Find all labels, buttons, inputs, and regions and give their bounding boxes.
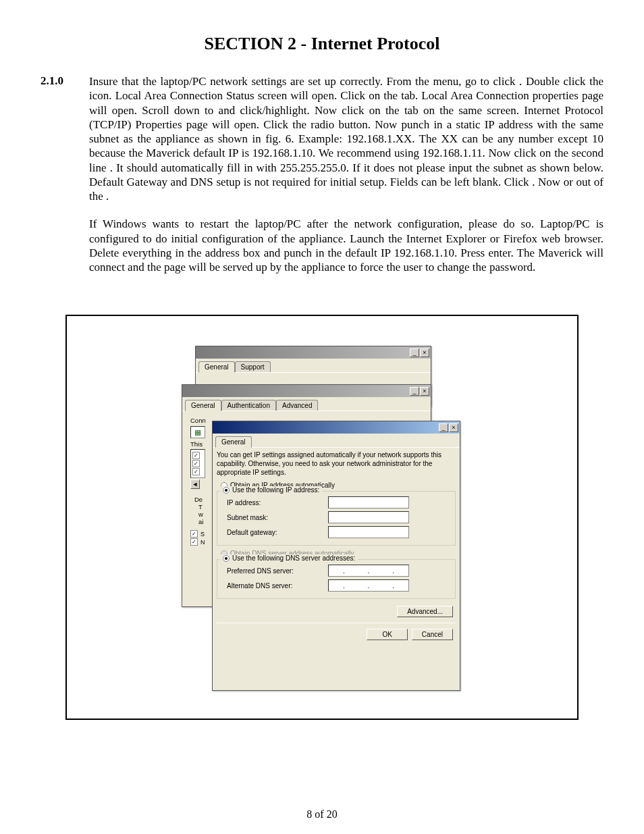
minimize-button[interactable]: _ (410, 348, 419, 357)
radio-label: Use the following IP address: (232, 486, 319, 494)
tcpip-properties-window: _ × General You can get IP settings assi… (212, 421, 460, 691)
ip-address-label: IP address: (227, 499, 328, 506)
titlebar[interactable]: _ × (182, 385, 431, 397)
gateway-label: Default gateway: (227, 529, 328, 536)
alt-dns-input[interactable]: ... (328, 579, 409, 592)
titlebar[interactable]: _ × (213, 421, 460, 434)
ip-fieldset: Use the following IP address: IP address… (217, 491, 456, 546)
close-button[interactable]: × (420, 387, 429, 396)
section-title: SECTION 2 - Internet Protocol (41, 34, 603, 54)
radio-use-ip[interactable]: Use the following IP address: (220, 486, 322, 494)
tab-authentication[interactable]: Authentication (221, 400, 276, 411)
minimize-button[interactable]: _ (439, 423, 448, 432)
close-button[interactable]: × (420, 348, 429, 357)
subnet-mask-label: Subnet mask: (227, 514, 328, 521)
tab-advanced[interactable]: Advanced (276, 400, 318, 411)
tab-general[interactable]: General (185, 400, 221, 411)
gateway-input[interactable] (328, 526, 409, 538)
minimize-button[interactable]: _ (410, 387, 419, 396)
adapter-icon: ▦ (190, 426, 205, 438)
body-text: Insure that the laptop/PC network settin… (89, 74, 603, 288)
subnet-mask-input[interactable] (328, 511, 409, 523)
close-button[interactable]: × (449, 423, 458, 432)
pref-dns-input[interactable]: ... (328, 565, 409, 577)
tab-general[interactable]: General (215, 436, 252, 448)
pref-dns-label: Preferred DNS server: (227, 567, 328, 575)
checkbox-item[interactable]: ✓ (192, 468, 203, 475)
tab-general[interactable]: General (198, 361, 235, 373)
tab-support[interactable]: Support (235, 361, 271, 372)
page-number: 8 of 20 (0, 808, 644, 820)
ip-address-input[interactable] (328, 496, 409, 509)
cancel-button[interactable]: Cancel (412, 629, 453, 640)
advanced-button[interactable]: Advanced... (397, 606, 453, 617)
titlebar[interactable]: _ × (196, 346, 431, 359)
tcpip-description: You can get IP settings assigned automat… (213, 448, 460, 479)
scroll-left-button[interactable]: ◄ (190, 479, 200, 489)
checkbox-item[interactable]: ✓ (192, 460, 203, 467)
paragraph-2: If Windows wants to restart the laptop/P… (89, 217, 603, 274)
ok-button[interactable]: OK (367, 629, 407, 640)
section-number: 2.1.0 (41, 74, 81, 288)
checkbox-item[interactable]: ✓ (192, 452, 203, 459)
dns-fieldset: Use the following DNS server addresses: … (217, 559, 456, 599)
radio-use-dns[interactable]: Use the following DNS server addresses: (220, 554, 358, 562)
figure-container: _ × General Support _ × General Authenti… (65, 315, 579, 720)
alt-dns-label: Alternate DNS server: (227, 582, 328, 590)
paragraph-1: Insure that the laptop/PC network settin… (89, 74, 603, 203)
radio-label: Use the following DNS server addresses: (232, 554, 355, 562)
